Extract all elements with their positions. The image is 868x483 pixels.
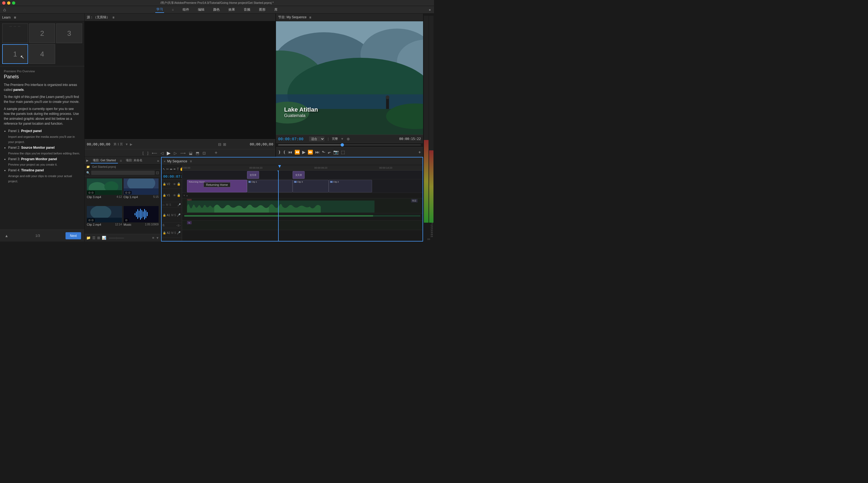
diagram-cell-2[interactable]: 2 — [29, 24, 55, 43]
source-transport-play-out[interactable]: ⟶ — [180, 151, 186, 155]
project-footer-menu[interactable]: ≡ — [152, 236, 154, 240]
scrubber-thumb[interactable] — [341, 143, 344, 147]
a1-mic[interactable]: 🎤 — [177, 214, 181, 217]
program-scrubber[interactable] — [276, 143, 423, 147]
a1-level-right[interactable]: ▷ — [179, 224, 181, 227]
pm-zoom-icon[interactable]: ⊕ — [347, 137, 350, 141]
program-monitor-menu-icon[interactable]: ≡ — [309, 15, 311, 20]
pm-transport-add[interactable]: + — [418, 150, 421, 155]
track-add-markers[interactable]: S — [169, 203, 171, 206]
clip-clip3-timeline[interactable]: fx Clip 3 — [292, 180, 329, 192]
menu-item-learn[interactable]: 学习 — [155, 6, 164, 13]
home-icon[interactable]: ⌂ — [3, 7, 6, 12]
a1-level-left[interactable]: ◁ — [176, 224, 179, 227]
source-monitor-menu-icon[interactable]: ≡ — [113, 15, 114, 20]
source-transport-add[interactable]: + — [215, 150, 218, 156]
a2-lock-icon[interactable]: 🔒 — [163, 231, 166, 234]
file-item-clip1[interactable]: ⊡ ⊡ Clip 1.mp4 5:15 — [124, 179, 159, 204]
diagram-cell-4[interactable]: 4 — [29, 44, 55, 64]
tl-ripple-tool[interactable]: ⬌ — [170, 167, 173, 171]
clip-clip1-timeline[interactable]: fx Clip 1 — [247, 180, 292, 192]
tl-select-tool[interactable]: ↖ — [163, 167, 165, 171]
source-page-forward[interactable]: ▶ — [130, 142, 132, 146]
v2-lock-icon[interactable]: 🔒 — [163, 183, 166, 186]
a1-lock-icon[interactable]: 🔒 — [163, 214, 166, 217]
a2-solo[interactable]: S — [174, 231, 176, 234]
v1-lock[interactable]: 🔒 — [177, 193, 181, 197]
project-tab-unnamed[interactable]: 项目: 未命名 — [124, 158, 145, 163]
program-fit-dropdown[interactable]: 适合 25% 50% 75% 100% — [309, 136, 324, 141]
project-tab-get-started[interactable]: 项目: Get Started — [91, 158, 118, 163]
timeline-tab-menu-icon[interactable]: ≡ — [190, 159, 192, 163]
pm-transport-step-fwd[interactable]: ⏩ — [308, 150, 313, 155]
clip-returning-home[interactable]: Returning Home Returning Home — [187, 180, 247, 192]
project-search-input[interactable] — [91, 170, 155, 175]
close-button[interactable] — [2, 1, 5, 5]
diagram-cell-source[interactable]: — — — — [2, 24, 28, 43]
diagram-cell-1-highlighted[interactable]: 1 ↖ — [2, 44, 28, 64]
diagram-cell-3[interactable]: 3 — [56, 24, 82, 43]
menu-item-graphics[interactable]: 图形 — [258, 7, 267, 12]
project-search-options-icon[interactable]: ⊡ — [156, 170, 159, 175]
pm-transport-step-back[interactable]: ⏪ — [294, 150, 300, 155]
v2-lock[interactable]: 🔒 — [177, 182, 181, 186]
v1-lock-icon[interactable]: 🔒 — [163, 194, 166, 197]
source-transport-overwrite[interactable]: ⬒ — [196, 151, 199, 155]
file-item-clip2[interactable]: ⊡ ⊡ Clip 2.mp4 12:14 — [87, 206, 122, 232]
project-tab-more-icon[interactable]: » — [157, 159, 159, 163]
source-ctrl-btn-1[interactable]: ⊟ — [218, 142, 221, 147]
project-footer-arrow[interactable]: ▼ — [156, 236, 159, 240]
a2-mute[interactable]: M — [171, 231, 173, 234]
project-metadata-btn[interactable]: 📊 — [102, 236, 106, 240]
menu-item-color[interactable]: 颜色 — [212, 7, 221, 12]
menu-item-assemble[interactable]: 组件 — [182, 7, 190, 12]
pm-transport-extract[interactable]: ⬐ — [328, 150, 331, 155]
project-list-view-btn[interactable]: ☰ — [92, 236, 96, 240]
learn-panel-menu-icon[interactable]: ≡ — [14, 15, 16, 20]
v2-visibility[interactable]: 👁 — [173, 183, 176, 186]
pm-transport-prev-edit[interactable]: ⏮ — [288, 150, 292, 155]
pm-transport-mark-in[interactable]: ⦘ — [278, 150, 281, 155]
pm-transport-lift[interactable]: ⬑ — [322, 150, 326, 155]
a1-mute[interactable]: M — [171, 214, 173, 217]
source-transport-mark-out[interactable]: ⦌ — [147, 151, 149, 155]
next-button[interactable]: Next — [65, 232, 81, 239]
source-transport-step-back[interactable]: ◁ — [160, 151, 163, 155]
file-item-music[interactable]: ⊡ Music 1:05:10909 — [124, 206, 159, 232]
project-panel-collapse[interactable]: ▶ — [86, 159, 88, 162]
v2-transition-2[interactable]: 交叉溶 — [292, 171, 305, 179]
v1-visibility[interactable]: 👁 — [173, 194, 176, 197]
pm-transport-play[interactable]: ▶ — [302, 150, 305, 155]
pm-full-dropdown-icon[interactable]: ▼ — [341, 137, 344, 141]
project-new-bin-btn[interactable]: 📁 — [86, 236, 91, 240]
source-transport-mark-in[interactable]: ⦋ — [143, 151, 144, 155]
tl-pen-tool[interactable]: ✒ — [173, 167, 176, 171]
pm-transport-mark-out[interactable]: ⦗ — [283, 150, 286, 155]
pm-transport-trim[interactable]: ⬚ — [341, 150, 345, 155]
a2-mic[interactable]: 🎤 — [177, 231, 181, 235]
menu-item-effects[interactable]: 效果 — [227, 7, 236, 12]
source-ctrl-btn-2[interactable]: ⊞ — [223, 142, 226, 147]
playhead[interactable] — [278, 170, 279, 241]
minimize-button[interactable] — [7, 1, 10, 5]
file-item-clip3[interactable]: ⊡ ⊡ Clip 3.mp4 4:12 — [87, 179, 122, 204]
menu-item-library[interactable]: 库 — [273, 7, 279, 12]
maximize-button[interactable] — [12, 1, 15, 5]
tl-text-tool[interactable]: T — [177, 167, 179, 171]
track-mic-icon[interactable]: 🎤 — [178, 203, 181, 206]
a1-solo[interactable]: S — [174, 214, 176, 217]
pm-transport-camera[interactable]: 📷 — [333, 150, 339, 155]
source-transport-camera[interactable]: ⊡ — [203, 151, 206, 155]
clip-clip2-timeline[interactable]: fx Clip 2 — [329, 180, 372, 192]
source-page-dropdown[interactable]: ▼ — [125, 142, 128, 146]
v2-transition-1[interactable]: 交叉溶 — [247, 171, 259, 179]
menu-item-edit[interactable]: 编辑 — [197, 7, 206, 12]
track-expand-icon[interactable]: ▼ ▲ — [183, 194, 188, 197]
tl-razor-tool[interactable]: ✂ — [166, 167, 169, 171]
source-transport-play[interactable]: ▶ — [167, 150, 170, 156]
project-icon-view-btn[interactable]: ⊞ — [97, 236, 100, 240]
source-transport-insert[interactable]: ⬓ — [189, 151, 192, 155]
more-workspaces-icon[interactable]: » — [429, 8, 431, 12]
source-transport-step-fwd[interactable]: ▷ — [174, 151, 177, 155]
track-collapse-icon[interactable]: ▷ — [163, 203, 165, 206]
